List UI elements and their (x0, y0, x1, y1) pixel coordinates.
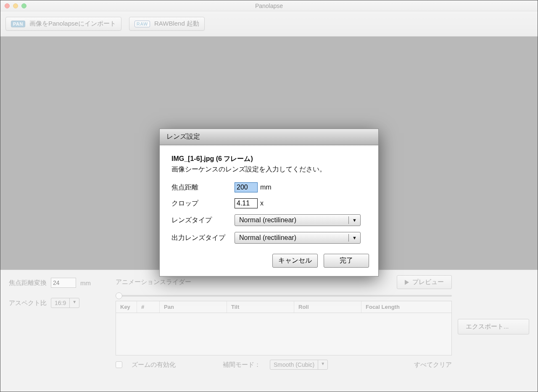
focal-conversion-input[interactable] (51, 278, 76, 288)
lens-type-value: Normal (rectilinear) (239, 216, 296, 224)
focal-length-input[interactable] (235, 182, 258, 192)
dialog-instruction: 画像シーケンスのレンズ設定を入力してください。 (171, 165, 367, 174)
raw-badge-icon: RAW (134, 21, 150, 27)
preview-button[interactable]: プレビュー (397, 275, 452, 289)
crop-label: クロップ (171, 199, 235, 208)
zoom-enable-label: ズームの有効化 (132, 361, 176, 369)
cancel-button[interactable]: キャンセル (272, 254, 318, 268)
interp-select[interactable]: Smooth (Cubic) ▼ (270, 360, 328, 370)
chevron-down-icon: ▼ (348, 234, 360, 242)
keyframe-table: Key # Pan Tilt Roll Focal Length (116, 301, 452, 355)
dialog-filename: IMG_[1-6].jpg (6 フレーム) (171, 155, 367, 163)
focal-conversion-label: 焦点距離変換 (9, 279, 47, 287)
aspect-value: 16:9 (51, 298, 69, 308)
col-key: Key (116, 301, 137, 313)
animation-slider-label: アニメーションスライダー (116, 278, 191, 286)
lens-type-label: レンズタイプ (171, 216, 235, 225)
zoom-enable-checkbox[interactable] (116, 361, 122, 368)
chevron-down-icon: ▼ (348, 216, 360, 224)
rawblend-label: RAWBlend 起動 (154, 20, 199, 28)
window-title: Panolapse (0, 3, 538, 9)
rawblend-button[interactable]: RAW RAWBlend 起動 (129, 17, 205, 31)
dialog-title: レンズ設定 (160, 129, 378, 145)
animation-panel: アニメーションスライダー プレビュー Key # Pan Tilt Roll F… (116, 275, 452, 387)
col-focal: Focal Length (361, 301, 451, 313)
done-button[interactable]: 完了 (324, 254, 369, 268)
output-lens-type-select[interactable]: Normal (rectilinear) ▼ (235, 232, 361, 244)
focal-length-unit: mm (260, 184, 272, 191)
focal-length-label: 焦点距離 (171, 183, 235, 192)
preview-label: プレビュー (412, 278, 444, 286)
chevron-down-icon: ▼ (69, 298, 79, 308)
play-icon (405, 280, 409, 285)
lower-panel: 焦点距離変換 mm アスペクト比 16:9 ▼ アニメーションスライダー プレビ… (0, 270, 538, 392)
keyframe-body (116, 313, 451, 355)
left-settings: 焦点距離変換 mm アスペクト比 16:9 ▼ (9, 275, 110, 387)
import-label: 画像をPanolapseにインポート (29, 20, 116, 28)
col-num: # (137, 301, 160, 313)
chevron-down-icon: ▼ (318, 360, 327, 369)
animation-slider[interactable] (116, 295, 452, 297)
output-lens-type-label: 出力レンズタイプ (171, 234, 235, 242)
focal-conversion-unit: mm (80, 279, 91, 287)
aspect-label: アスペクト比 (9, 299, 47, 307)
output-lens-type-value: Normal (rectilinear) (239, 234, 296, 242)
interp-value: Smooth (Cubic) (270, 360, 318, 369)
toolbar: PAN 画像をPanolapseにインポート RAW RAWBlend 起動 (0, 11, 538, 37)
crop-unit: x (260, 200, 264, 207)
crop-input[interactable] (235, 198, 258, 208)
col-pan: Pan (160, 301, 227, 313)
aspect-select[interactable]: 16:9 ▼ (51, 298, 79, 308)
col-tilt: Tilt (227, 301, 294, 313)
clear-all-link[interactable]: すべてクリア (414, 361, 452, 369)
slider-thumb[interactable] (116, 292, 122, 299)
export-button[interactable]: エクスポート... (458, 319, 529, 334)
pan-badge-icon: PAN (11, 21, 25, 27)
titlebar: Panolapse (0, 0, 538, 11)
lens-settings-dialog: レンズ設定 IMG_[1-6].jpg (6 フレーム) 画像シーケンスのレンズ… (159, 129, 379, 276)
import-button[interactable]: PAN 画像をPanolapseにインポート (5, 17, 121, 31)
col-roll: Roll (294, 301, 361, 313)
interp-label: 補間モード： (223, 361, 261, 369)
lens-type-select[interactable]: Normal (rectilinear) ▼ (235, 214, 361, 226)
